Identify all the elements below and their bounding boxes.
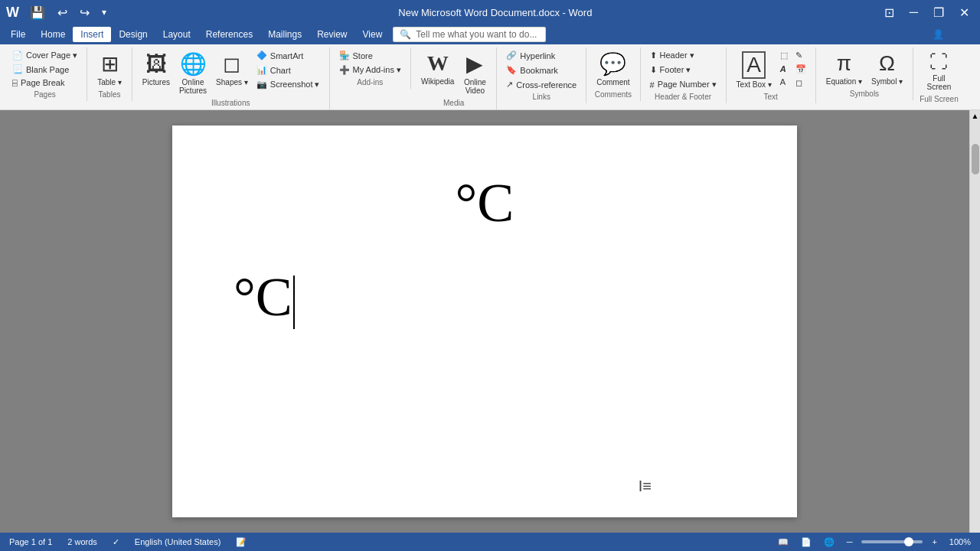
document-page[interactable]: °C °C I≡ [172, 126, 797, 517]
tables-group-label: Tables [93, 89, 126, 101]
more-commands-button[interactable]: ▾ [97, 5, 111, 19]
date-time-button[interactable]: 📅 [792, 63, 809, 76]
signature-line-button[interactable]: ✎ [792, 49, 809, 62]
proofing-button[interactable]: ✓ [109, 537, 122, 547]
drop-cap-icon: A [780, 77, 786, 86]
wikipedia-button[interactable]: W Wikipedia [417, 49, 458, 88]
online-video-button[interactable]: ▶ OnlineVideo [459, 49, 490, 97]
tables-group-items: ⊞ Table ▾ [93, 49, 126, 89]
text-cursor-blink [293, 276, 295, 329]
drop-cap-button[interactable]: A [777, 76, 791, 88]
restore-button[interactable]: ❐ [929, 4, 949, 21]
object-button[interactable]: ◻ [792, 77, 809, 90]
ribbon-group-tables: ⊞ Table ▾ Tables [87, 47, 132, 101]
redo-button[interactable]: ↪ [75, 4, 94, 21]
undo-button[interactable]: ↩ [53, 4, 72, 21]
pictures-icon: 🖼 [145, 51, 167, 77]
spelling-button[interactable]: 📝 [233, 537, 250, 547]
smartart-button[interactable]: 🔷 SmartArt [253, 49, 323, 62]
full-screen-label: FullScreen [927, 74, 952, 91]
page-number-button[interactable]: # Page Number ▾ [647, 78, 720, 91]
equation-icon: π [837, 51, 851, 76]
cross-reference-button[interactable]: ↗ Cross-reference [503, 78, 580, 91]
symbol-label: Symbol ▾ [871, 77, 903, 86]
zoom-out-button[interactable]: ─ [847, 537, 853, 546]
menu-mailings[interactable]: Mailings [260, 27, 309, 42]
blank-page-button[interactable]: 📃 Blank Page [9, 63, 80, 76]
menu-references[interactable]: References [198, 27, 260, 42]
links-group-items: 🔗 Hyperlink 🔖 Bookmark ↗ Cross-reference [503, 49, 580, 91]
media-group-label: Media [417, 97, 490, 109]
shapes-button[interactable]: ◻ Shapes ▾ [212, 49, 252, 89]
zoom-thumb[interactable] [904, 537, 913, 546]
equation-label: Equation ▾ [826, 77, 862, 86]
menu-design[interactable]: Design [111, 27, 155, 42]
online-pictures-button[interactable]: 🌐 OnlinePictures [175, 49, 211, 97]
header-button[interactable]: ⬆ Header ▾ [647, 49, 720, 62]
chart-button[interactable]: 📊 Chart [253, 64, 323, 77]
read-mode-button[interactable]: 📖 [775, 537, 792, 547]
zoom-in-button[interactable]: + [932, 537, 936, 546]
ribbon-group-pages: 📄 Cover Page ▾ 📃 Blank Page ⌸ Page Break… [3, 47, 87, 101]
page-break-button[interactable]: ⌸ Page Break [9, 77, 80, 89]
menu-view[interactable]: View [355, 27, 390, 42]
share-button[interactable]: 👤 Share [933, 29, 971, 40]
menu-review[interactable]: Review [309, 27, 354, 42]
screenshot-button[interactable]: 📷 Screenshot ▾ [253, 78, 323, 91]
pictures-button[interactable]: 🖼 Pictures [139, 49, 174, 89]
my-addins-button[interactable]: ➕ My Add-ins ▾ [336, 64, 404, 77]
text-group-label: Text [733, 91, 809, 103]
store-button[interactable]: 🏪 Store [336, 49, 404, 62]
page-number-icon: # [650, 80, 655, 90]
equation-button[interactable]: π Equation ▾ [822, 49, 866, 88]
symbol-button[interactable]: Ω Symbol ▾ [867, 49, 906, 88]
share-label: Share [946, 29, 971, 40]
language-selector[interactable]: English (United States) [132, 537, 224, 546]
footer-button[interactable]: ⬇ Footer ▾ [647, 64, 720, 77]
bookmark-icon: 🔖 [506, 65, 517, 75]
quick-parts-button[interactable]: ⬚ [777, 49, 791, 62]
full-screen-button[interactable]: ⛶ FullScreen [923, 49, 956, 93]
online-video-label: OnlineVideo [464, 78, 486, 95]
links-group-label: Links [503, 91, 580, 103]
ribbon-display-button[interactable]: ⊡ [880, 4, 899, 21]
text-group-items: A Text Box ▾ ⬚ A A ✎ [733, 49, 809, 91]
pages-group-label: Pages [9, 89, 80, 101]
menu-home[interactable]: Home [33, 27, 73, 42]
document-scroll[interactable]: °C °C I≡ [0, 110, 969, 533]
wikipedia-icon: W [427, 51, 449, 76]
status-bar-right: 📖 📄 🌐 ─ + 100% [775, 537, 974, 547]
web-layout-button[interactable]: 🌐 [821, 537, 838, 547]
menu-insert[interactable]: Insert [73, 27, 111, 42]
search-bar[interactable]: 🔍 Tell me what you want to do... [393, 27, 546, 42]
hyperlink-button[interactable]: 🔗 Hyperlink [503, 49, 580, 62]
ribbon-right: Sign in 👤 Share [898, 29, 977, 40]
print-layout-button[interactable]: 📄 [798, 537, 815, 547]
scrollbar-thumb[interactable] [972, 144, 979, 174]
table-button[interactable]: ⊞ Table ▾ [93, 49, 126, 89]
scroll-up-button[interactable]: ▲ [970, 110, 981, 121]
addins-group-label: Add-ins [336, 77, 404, 89]
comment-button[interactable]: 💬 Comment [593, 49, 633, 89]
wordart-button[interactable]: A [777, 63, 791, 75]
minimize-button[interactable]: ─ [905, 4, 923, 21]
bookmark-button[interactable]: 🔖 Bookmark [503, 64, 580, 77]
my-addins-icon: ➕ [339, 65, 350, 75]
zoom-level[interactable]: 100% [946, 537, 974, 546]
menu-layout[interactable]: Layout [155, 27, 198, 42]
store-icon: 🏪 [339, 51, 350, 60]
footer-label: Footer ▾ [660, 65, 691, 75]
zoom-slider[interactable] [861, 540, 923, 543]
word-count[interactable]: 2 words [64, 537, 100, 546]
text-box-button[interactable]: A Text Box ▾ [733, 49, 776, 91]
sign-in-button[interactable]: Sign in [898, 29, 926, 40]
menu-file[interactable]: File [3, 27, 33, 42]
cover-page-button[interactable]: 📄 Cover Page ▾ [9, 49, 80, 62]
text-cursor-i: I≡ [639, 478, 652, 495]
header-label: Header ▾ [660, 51, 694, 60]
page-info[interactable]: Page 1 of 1 [6, 537, 55, 546]
close-button[interactable]: ✕ [955, 4, 974, 21]
celsius-lower: °C [234, 266, 295, 329]
vertical-scrollbar[interactable]: ▲ [969, 110, 980, 533]
save-button[interactable]: 💾 [25, 4, 50, 21]
